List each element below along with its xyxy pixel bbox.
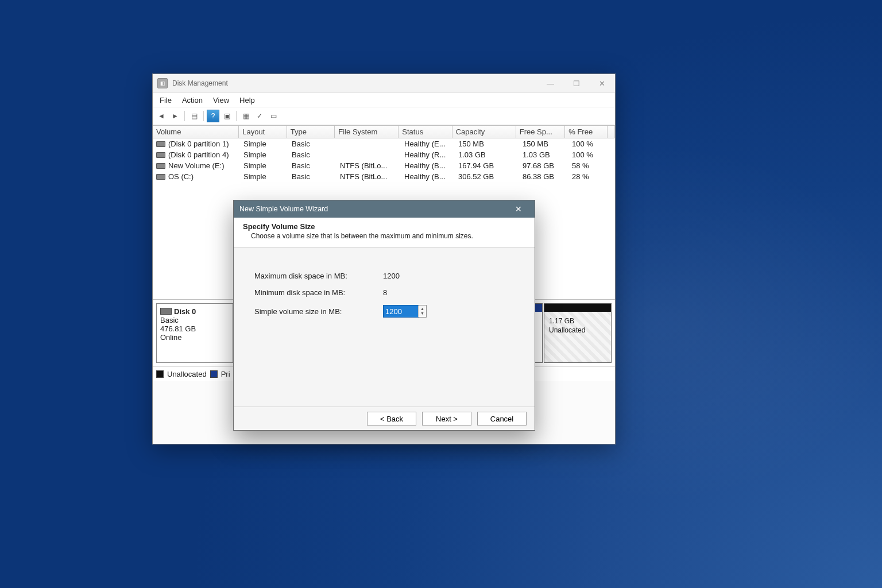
col-volume[interactable]: Volume	[153, 126, 239, 138]
next-button[interactable]: Next >	[422, 412, 471, 425]
window-title: Disk Management	[172, 79, 537, 87]
wizard-heading: Specify Volume Size	[243, 222, 525, 231]
max-space-value: 1200	[383, 272, 400, 280]
max-space-label: Maximum disk space in MB:	[254, 272, 383, 280]
legend-unallocated: Unallocated	[167, 370, 207, 378]
menu-bar: File Action View Help	[153, 93, 615, 107]
table-header: Volume Layout Type File System Status Ca…	[153, 126, 615, 138]
col-type[interactable]: Type	[287, 126, 335, 138]
wizard-buttons: < Back Next > Cancel	[234, 407, 535, 430]
volume-icon	[156, 152, 165, 158]
col-status[interactable]: Status	[399, 126, 452, 138]
col-filesystem[interactable]: File System	[335, 126, 399, 138]
minimize-button[interactable]: —	[537, 74, 563, 92]
title-bar[interactable]: ◧ Disk Management — ☐ ✕	[153, 74, 615, 93]
wizard-header: Specify Volume Size Choose a volume size…	[234, 218, 535, 247]
wizard-title-bar[interactable]: New Simple Volume Wizard ✕	[234, 200, 535, 218]
wizard-title: New Simple Volume Wizard	[239, 205, 328, 213]
panel-icon[interactable]: ▤	[188, 110, 200, 122]
menu-action[interactable]: Action	[177, 95, 207, 106]
volume-icon	[156, 141, 165, 147]
table-row[interactable]: OS (C:)SimpleBasicNTFS (BitLo...Healthy …	[153, 171, 615, 182]
volume-icon	[156, 163, 165, 169]
back-button[interactable]: < Back	[367, 412, 416, 425]
layout-icon[interactable]: ▣	[220, 110, 233, 122]
min-space-label: Minimum disk space in MB:	[254, 288, 383, 297]
disk-name: Disk 0	[174, 307, 196, 316]
back-icon[interactable]: ◄	[155, 110, 168, 122]
unalloc-label: Unallocated	[549, 326, 585, 334]
forward-icon[interactable]: ►	[169, 110, 181, 122]
wizard-close-icon[interactable]: ✕	[508, 204, 529, 214]
separator	[184, 111, 185, 121]
volume-size-spinner[interactable]: ▲▼	[383, 305, 427, 318]
col-layout[interactable]: Layout	[239, 126, 287, 138]
legend-primary: Pri	[221, 370, 230, 378]
separator	[236, 111, 237, 121]
spinner-arrows[interactable]: ▲▼	[418, 305, 426, 317]
disk-icon	[160, 308, 172, 315]
volume-size-label: Simple volume size in MB:	[254, 307, 383, 316]
unalloc-size: 1.17 GB	[549, 317, 574, 325]
table-row[interactable]: (Disk 0 partition 4)SimpleBasicHealthy (…	[153, 149, 615, 160]
legend-primary-swatch	[210, 370, 218, 378]
help-icon[interactable]: ?	[207, 110, 219, 122]
menu-view[interactable]: View	[208, 95, 234, 106]
wizard-body: Maximum disk space in MB: 1200 Minimum d…	[234, 247, 535, 318]
menu-file[interactable]: File	[155, 95, 176, 106]
min-space-value: 8	[383, 288, 387, 297]
maximize-button[interactable]: ☐	[563, 74, 589, 92]
wizard-subheading: Choose a volume size that is between the…	[243, 232, 525, 240]
spin-up-icon[interactable]: ▲	[419, 307, 426, 311]
app-icon: ◧	[157, 78, 168, 88]
check-icon[interactable]: ✓	[253, 110, 266, 122]
props-icon[interactable]: ▭	[267, 110, 280, 122]
spin-down-icon[interactable]: ▼	[419, 311, 426, 316]
col-free[interactable]: Free Sp...	[516, 126, 566, 138]
disk-header[interactable]: Disk 0 Basic 476.81 GB Online	[156, 303, 233, 363]
disk-state: Online	[160, 333, 229, 342]
new-simple-volume-wizard: New Simple Volume Wizard ✕ Specify Volum…	[233, 200, 535, 431]
cancel-button[interactable]: Cancel	[477, 412, 527, 425]
refresh-icon[interactable]: ▦	[239, 110, 252, 122]
legend-unallocated-swatch	[156, 370, 164, 378]
disk-size: 476.81 GB	[160, 324, 229, 333]
disk-type: Basic	[160, 316, 229, 324]
separator	[203, 111, 204, 121]
close-button[interactable]: ✕	[589, 74, 615, 92]
volume-icon	[156, 174, 165, 180]
table-row[interactable]: (Disk 0 partition 1)SimpleBasicHealthy (…	[153, 138, 615, 149]
table-row[interactable]: New Volume (E:)SimpleBasicNTFS (BitLo...…	[153, 160, 615, 171]
toolbar: ◄ ► ▤ ? ▣ ▦ ✓ ▭	[153, 107, 615, 125]
partition-unallocated[interactable]: 1.17 GBUnallocated	[544, 303, 612, 363]
menu-help[interactable]: Help	[235, 95, 260, 106]
col-spacer	[608, 126, 615, 138]
col-capacity[interactable]: Capacity	[452, 126, 516, 138]
volume-size-input[interactable]	[384, 305, 418, 317]
col-pct[interactable]: % Free	[565, 126, 608, 138]
